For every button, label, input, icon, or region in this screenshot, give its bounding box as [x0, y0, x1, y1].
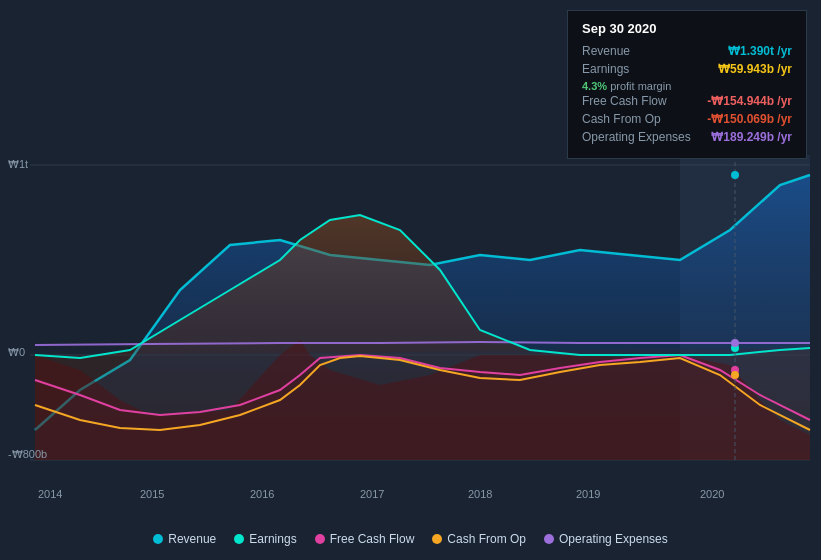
profit-margin: 4.3% profit margin — [582, 80, 792, 92]
legend-item-fcf[interactable]: Free Cash Flow — [315, 532, 415, 546]
legend: Revenue Earnings Free Cash Flow Cash Fro… — [0, 532, 821, 546]
tooltip-label-earnings: Earnings — [582, 62, 682, 76]
legend-dot-revenue — [153, 534, 163, 544]
x-label-2014: 2014 — [38, 488, 62, 500]
y-label-bottom: -₩800b — [8, 448, 47, 461]
legend-dot-earnings — [234, 534, 244, 544]
legend-label-earnings: Earnings — [249, 532, 296, 546]
tooltip-label-cashfromop: Cash From Op — [582, 112, 682, 126]
tooltip-row-revenue: Revenue ₩1.390t /yr — [582, 44, 792, 58]
legend-item-opex[interactable]: Operating Expenses — [544, 532, 668, 546]
tooltip-label-opex: Operating Expenses — [582, 130, 691, 144]
tooltip-value-opex: ₩189.249b /yr — [711, 130, 792, 144]
x-label-2018: 2018 — [468, 488, 492, 500]
y-label-mid: ₩0 — [8, 346, 25, 359]
svg-point-8 — [731, 339, 739, 347]
y-label-top: ₩1t — [8, 158, 28, 171]
tooltip-row-fcf: Free Cash Flow -₩154.944b /yr — [582, 94, 792, 108]
legend-label-opex: Operating Expenses — [559, 532, 668, 546]
x-label-2017: 2017 — [360, 488, 384, 500]
svg-point-10 — [731, 371, 739, 379]
legend-item-revenue[interactable]: Revenue — [153, 532, 216, 546]
legend-label-revenue: Revenue — [168, 532, 216, 546]
tooltip-row-cashfromop: Cash From Op -₩150.069b /yr — [582, 112, 792, 126]
x-label-2019: 2019 — [576, 488, 600, 500]
x-label-2020: 2020 — [700, 488, 724, 500]
legend-label-cashfromop: Cash From Op — [447, 532, 526, 546]
legend-item-cashfromop[interactable]: Cash From Op — [432, 532, 526, 546]
tooltip-date: Sep 30 2020 — [582, 21, 792, 36]
tooltip-row-opex: Operating Expenses ₩189.249b /yr — [582, 130, 792, 144]
tooltip-value-cashfromop: -₩150.069b /yr — [707, 112, 792, 126]
tooltip-row-earnings: Earnings ₩59.943b /yr — [582, 62, 792, 76]
tooltip-value-earnings: ₩59.943b /yr — [718, 62, 792, 76]
legend-dot-cashfromop — [432, 534, 442, 544]
tooltip-value-fcf: -₩154.944b /yr — [707, 94, 792, 108]
svg-point-6 — [731, 171, 739, 179]
tooltip-value-revenue: ₩1.390t /yr — [728, 44, 792, 58]
tooltip-label-fcf: Free Cash Flow — [582, 94, 682, 108]
tooltip-label-revenue: Revenue — [582, 44, 682, 58]
legend-label-fcf: Free Cash Flow — [330, 532, 415, 546]
x-label-2016: 2016 — [250, 488, 274, 500]
legend-dot-fcf — [315, 534, 325, 544]
chart-container: ₩1t ₩0 -₩800b 2014 2015 2016 2017 2018 2… — [0, 0, 821, 560]
legend-dot-opex — [544, 534, 554, 544]
legend-item-earnings[interactable]: Earnings — [234, 532, 296, 546]
x-label-2015: 2015 — [140, 488, 164, 500]
tooltip-box: Sep 30 2020 Revenue ₩1.390t /yr Earnings… — [567, 10, 807, 159]
